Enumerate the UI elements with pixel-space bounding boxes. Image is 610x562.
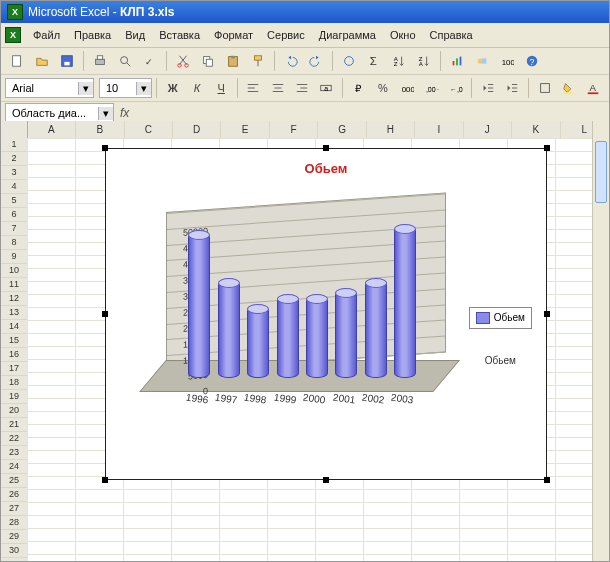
help-icon[interactable]: ? bbox=[520, 49, 544, 73]
menu-help[interactable]: Справка bbox=[424, 27, 479, 43]
row-header[interactable]: 20 bbox=[1, 404, 27, 418]
resize-handle[interactable] bbox=[544, 477, 550, 483]
row-header[interactable]: 29 bbox=[1, 530, 27, 544]
col-header[interactable]: H bbox=[367, 121, 415, 138]
copy-icon[interactable] bbox=[196, 49, 220, 73]
italic-icon[interactable]: К bbox=[185, 76, 208, 100]
worksheet-grid[interactable]: A B C D E F G H I J K L 1234567891011121… bbox=[1, 121, 609, 561]
row-header[interactable]: 13 bbox=[1, 306, 27, 320]
row-header[interactable]: 19 bbox=[1, 390, 27, 404]
chart-bar[interactable] bbox=[306, 298, 328, 378]
menu-chart[interactable]: Диаграмма bbox=[313, 27, 382, 43]
row-header[interactable]: 9 bbox=[1, 250, 27, 264]
new-icon[interactable] bbox=[5, 49, 29, 73]
row-header[interactable]: 2 bbox=[1, 152, 27, 166]
chevron-down-icon[interactable]: ▾ bbox=[136, 82, 151, 95]
col-header[interactable]: E bbox=[221, 121, 269, 138]
row-header[interactable]: 16 bbox=[1, 348, 27, 362]
currency-icon[interactable]: ₽ bbox=[347, 76, 370, 100]
percent-icon[interactable]: % bbox=[371, 76, 394, 100]
align-left-icon[interactable] bbox=[242, 76, 265, 100]
menu-view[interactable]: Вид bbox=[119, 27, 151, 43]
chart-bar[interactable] bbox=[394, 228, 416, 378]
resize-handle[interactable] bbox=[544, 145, 550, 151]
row-header[interactable]: 26 bbox=[1, 488, 27, 502]
increase-decimal-icon[interactable]: ,00→ bbox=[420, 76, 443, 100]
col-header[interactable]: D bbox=[173, 121, 221, 138]
row-header[interactable]: 4 bbox=[1, 180, 27, 194]
vertical-scrollbar[interactable] bbox=[592, 121, 609, 561]
row-header[interactable]: 17 bbox=[1, 362, 27, 376]
row-header[interactable]: 31 bbox=[1, 558, 27, 561]
chart-bar[interactable] bbox=[277, 298, 299, 378]
chart-plot-area[interactable]: Обьем 0500010000150002000025000300003500… bbox=[116, 182, 536, 442]
menu-insert[interactable]: Вставка bbox=[153, 27, 206, 43]
redo-icon[interactable] bbox=[304, 49, 328, 73]
spell-icon[interactable]: ✓ bbox=[138, 49, 162, 73]
row-header[interactable]: 27 bbox=[1, 502, 27, 516]
sort-desc-icon[interactable]: ZA bbox=[412, 49, 436, 73]
row-header[interactable]: 22 bbox=[1, 432, 27, 446]
resize-handle[interactable] bbox=[544, 311, 550, 317]
chart-bar[interactable] bbox=[218, 282, 240, 378]
sort-asc-icon[interactable]: AZ bbox=[387, 49, 411, 73]
format-painter-icon[interactable] bbox=[246, 49, 270, 73]
cut-icon[interactable] bbox=[171, 49, 195, 73]
font-color-icon[interactable]: A bbox=[582, 76, 605, 100]
name-box[interactable]: Область диа... ▾ bbox=[5, 103, 114, 123]
row-header[interactable]: 3 bbox=[1, 166, 27, 180]
resize-handle[interactable] bbox=[323, 145, 329, 151]
row-header[interactable]: 24 bbox=[1, 460, 27, 474]
drawing-icon[interactable] bbox=[470, 49, 494, 73]
col-header[interactable]: F bbox=[270, 121, 318, 138]
chart-title[interactable]: Обьем bbox=[106, 149, 546, 182]
select-all-corner[interactable] bbox=[1, 121, 28, 138]
chart-bar[interactable] bbox=[365, 282, 387, 378]
row-header[interactable]: 1 bbox=[1, 138, 27, 152]
chart-legend[interactable]: Обьем bbox=[469, 307, 532, 329]
row-header[interactable]: 8 bbox=[1, 236, 27, 250]
font-name-combo[interactable]: Arial ▾ bbox=[5, 78, 94, 98]
font-size-combo[interactable]: 10 ▾ bbox=[99, 78, 152, 98]
chevron-down-icon[interactable]: ▾ bbox=[78, 82, 93, 95]
row-header[interactable]: 5 bbox=[1, 194, 27, 208]
borders-icon[interactable] bbox=[533, 76, 556, 100]
scrollbar-thumb[interactable] bbox=[595, 141, 607, 203]
col-header[interactable]: C bbox=[125, 121, 173, 138]
resize-handle[interactable] bbox=[102, 311, 108, 317]
resize-handle[interactable] bbox=[102, 145, 108, 151]
undo-icon[interactable] bbox=[279, 49, 303, 73]
menu-window[interactable]: Окно bbox=[384, 27, 422, 43]
row-header[interactable]: 14 bbox=[1, 320, 27, 334]
menu-tools[interactable]: Сервис bbox=[261, 27, 311, 43]
row-header[interactable]: 25 bbox=[1, 474, 27, 488]
col-header[interactable]: B bbox=[76, 121, 124, 138]
align-center-icon[interactable] bbox=[266, 76, 289, 100]
menu-format[interactable]: Формат bbox=[208, 27, 259, 43]
row-header[interactable]: 28 bbox=[1, 516, 27, 530]
underline-icon[interactable]: Ч bbox=[210, 76, 233, 100]
autosum-icon[interactable]: Σ bbox=[362, 49, 386, 73]
col-header[interactable]: A bbox=[28, 121, 76, 138]
chart-bar[interactable] bbox=[188, 234, 210, 378]
col-header[interactable]: G bbox=[318, 121, 366, 138]
chevron-down-icon[interactable]: ▾ bbox=[98, 107, 113, 120]
resize-handle[interactable] bbox=[323, 477, 329, 483]
menu-edit[interactable]: Правка bbox=[68, 27, 117, 43]
row-header[interactable]: 21 bbox=[1, 418, 27, 432]
zoom-icon[interactable]: 100 bbox=[495, 49, 519, 73]
chart-bar[interactable] bbox=[335, 292, 357, 378]
paste-icon[interactable] bbox=[221, 49, 245, 73]
preview-icon[interactable] bbox=[113, 49, 137, 73]
resize-handle[interactable] bbox=[102, 477, 108, 483]
chart-bar[interactable] bbox=[247, 308, 269, 378]
row-header[interactable]: 7 bbox=[1, 222, 27, 236]
menu-file[interactable]: Файл bbox=[27, 27, 66, 43]
row-header[interactable]: 12 bbox=[1, 292, 27, 306]
row-header[interactable]: 30 bbox=[1, 544, 27, 558]
bold-icon[interactable]: Ж bbox=[161, 76, 184, 100]
print-icon[interactable] bbox=[88, 49, 112, 73]
row-header[interactable]: 11 bbox=[1, 278, 27, 292]
open-icon[interactable] bbox=[30, 49, 54, 73]
increase-indent-icon[interactable] bbox=[501, 76, 524, 100]
